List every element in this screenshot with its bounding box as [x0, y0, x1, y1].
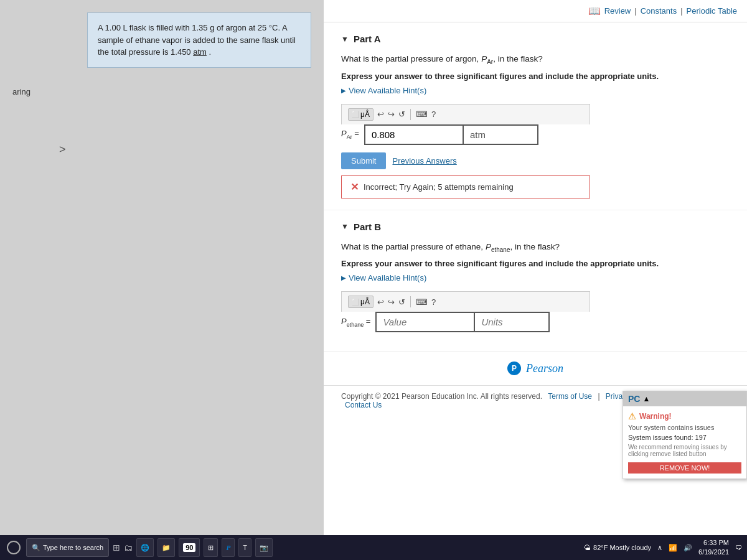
browser-taskbar-button[interactable]: 🌐: [136, 538, 154, 557]
top-bar-links: Review | Constants | Periodic Table: [604, 6, 737, 16]
contact-link[interactable]: Contact Us: [345, 401, 382, 409]
part-a-input-row: PAr =: [341, 124, 590, 145]
keyboard-icon-a[interactable]: ⌨: [416, 110, 428, 119]
hint-b-triangle-icon: ▶: [341, 274, 346, 281]
windows-taskbar-button[interactable]: ⊞: [204, 538, 218, 557]
part-a-label: Part A: [354, 34, 381, 44]
warning-detail: We recommend removing issues by clicking…: [628, 444, 741, 457]
right-panel: 📖 Review | Constants | Periodic Table ▼ …: [324, 0, 747, 535]
pearson-brand-name: Pearson: [526, 362, 563, 375]
pc-logo: PC: [628, 394, 640, 404]
part-b-units-input[interactable]: [475, 312, 550, 332]
part-a-submit-button[interactable]: Submit: [341, 152, 386, 169]
part-b-hint-link[interactable]: ▶ View Available Hint(s): [341, 273, 730, 282]
app-badge: 90: [183, 543, 195, 552]
warning-subtitle: Your system contains issues: [628, 424, 741, 431]
format-button-b[interactable]: ⬜ μÅ: [348, 296, 374, 308]
part-a-button-row: Submit Previous Answers: [341, 152, 730, 169]
hint-triangle-icon: ▶: [341, 87, 346, 94]
warning-popup: PC ▲ ⚠ Warning! Your system contains iss…: [622, 391, 747, 479]
part-b-value-input[interactable]: [375, 312, 475, 332]
taskbar-speaker-icon: 🔊: [684, 544, 692, 552]
pearson-taskbar-button[interactable]: P: [222, 538, 235, 557]
warning-popup-body: ⚠ Warning! Your system contains issues S…: [623, 406, 746, 478]
review-link[interactable]: Review: [604, 6, 631, 16]
part-a-error-text: Incorrect; Try Again; 5 attempts remaini…: [364, 182, 514, 192]
pearson-taskbar-icon: P: [226, 544, 230, 551]
part-a-error-box: ✕ Incorrect; Try Again; 5 attempts remai…: [341, 175, 590, 198]
weather-text: 82°F Mostly cloudy: [593, 544, 651, 551]
side-label: aring: [12, 87, 31, 96]
warning-title-row: ⚠ Warning!: [628, 411, 741, 421]
part-a-toolbar: ⬜ μÅ ↩ ↪ ↺ ⌨ ?: [341, 104, 590, 124]
camera-taskbar-button[interactable]: 📷: [255, 538, 273, 557]
taskbar-clock: 6:33 PM 6/19/2021: [698, 538, 729, 558]
taskbar: 🔍 Type here to search ⊞ 🗂 🌐 📁 90 ⊞ P T 📷…: [0, 535, 747, 560]
redo-icon-a[interactable]: ↪: [388, 110, 395, 119]
help-icon-a[interactable]: ?: [431, 110, 436, 119]
warning-app-name: ▲: [642, 394, 650, 403]
taskbar-time-text: 6:33 PM: [698, 538, 729, 548]
warning-count: System issues found: 197: [628, 434, 741, 441]
terms-link[interactable]: Terms of Use: [548, 392, 592, 401]
part-a-hint-link[interactable]: ▶ View Available Hint(s): [341, 86, 730, 95]
keyboard-icon-b[interactable]: ⌨: [416, 297, 428, 307]
warning-triangle-icon: ⚠: [628, 411, 636, 421]
remove-now-button[interactable]: REMOVE NOW!: [628, 462, 741, 474]
search-label: Type here to search: [43, 544, 103, 551]
part-a-header[interactable]: ▼ Part A: [341, 34, 730, 44]
notification-icon[interactable]: 🗨: [735, 544, 742, 551]
periodic-table-link[interactable]: Periodic Table: [687, 6, 737, 16]
search-icon: 🔍: [32, 544, 40, 552]
undo-icon-a[interactable]: ↩: [377, 110, 384, 119]
part-a-answer-input[interactable]: [364, 124, 464, 145]
app90-taskbar-button[interactable]: 90: [179, 538, 200, 557]
search-taskbar-button[interactable]: 🔍 Type here to search: [26, 538, 109, 557]
part-a-collapse-icon: ▼: [341, 35, 349, 44]
weather-area: 🌤 82°F Mostly cloudy: [584, 544, 651, 551]
start-circle-icon: [7, 541, 21, 554]
warning-popup-header: PC ▲: [623, 391, 746, 406]
part-b-header[interactable]: ▼ Part B: [341, 222, 730, 232]
pearson-logo-circle: P: [507, 362, 521, 375]
left-panel: A 1.00 L flask is filled with 1.35 g of …: [0, 0, 324, 535]
collapse-left-icon[interactable]: >: [59, 143, 66, 156]
task-view-icon[interactable]: ⊞: [113, 543, 120, 553]
refresh-icon-a[interactable]: ↺: [398, 110, 405, 119]
weather-icon: 🌤: [584, 544, 591, 551]
part-b-section: ▼ Part B What is the partial pressure of…: [324, 210, 747, 352]
toolbar-separator-b: [410, 296, 411, 307]
taskbar-date-text: 6/19/2021: [698, 548, 729, 557]
pearson-branding: P Pearson: [324, 352, 747, 385]
folder-icon: 📁: [162, 544, 171, 552]
redo-icon-b[interactable]: ↪: [388, 297, 395, 307]
toolbar-separator-a: [410, 109, 411, 120]
taskbar-wifi-icon: 📶: [669, 544, 677, 552]
part-a-units-input[interactable]: [464, 124, 538, 145]
folder-taskbar-button[interactable]: 📁: [157, 538, 175, 557]
teams-taskbar-button[interactable]: T: [238, 538, 251, 557]
explorer-icon[interactable]: 🗂: [124, 543, 133, 553]
part-b-question: What is the partial pressure of ethane, …: [341, 241, 730, 254]
teams-icon: T: [243, 544, 247, 551]
windows-icon: ⊞: [208, 544, 214, 552]
problem-box: A 1.00 L flask is filled with 1.35 g of …: [87, 12, 311, 68]
format-button-a[interactable]: ⬜ μÅ: [348, 108, 374, 121]
help-icon-b[interactable]: ?: [431, 297, 436, 307]
start-button[interactable]: [5, 539, 22, 556]
part-b-label: Part B: [354, 222, 381, 232]
part-b-input-label: Pethane =: [341, 317, 370, 328]
refresh-icon-b[interactable]: ↺: [398, 297, 405, 307]
problem-text: A 1.00 L flask is filled with 1.35 g of …: [98, 23, 296, 57]
undo-icon-b[interactable]: ↩: [377, 297, 384, 307]
part-a-instruction: Express your answer to three significant…: [341, 72, 730, 81]
part-a-prev-answers-link[interactable]: Previous Answers: [392, 156, 456, 166]
error-x-icon: ✕: [350, 181, 359, 193]
taskbar-arrow-up[interactable]: ∧: [657, 544, 662, 552]
book-icon: 📖: [588, 5, 601, 17]
constants-link[interactable]: Constants: [641, 6, 677, 16]
part-b-instruction: Express your answer to three significant…: [341, 259, 730, 268]
browser-icon: 🌐: [141, 544, 149, 552]
part-a-question: What is the partial pressure of argon, P…: [341, 53, 730, 67]
warning-title-text: Warning!: [639, 412, 672, 421]
